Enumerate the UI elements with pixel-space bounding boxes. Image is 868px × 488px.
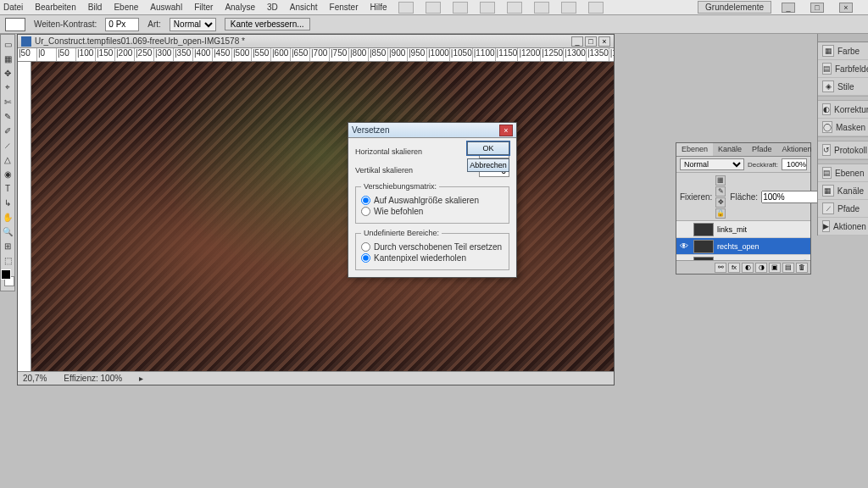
panel-masken[interactable]: ◯Masken [818,119,868,136]
minimize-icon[interactable]: _ [782,3,795,13]
blend-mode-select[interactable]: Normal [680,158,744,170]
panel-label: Protokoll [834,146,867,155]
menu-filter[interactable]: Filter [194,3,213,12]
color-swatches[interactable] [1,269,14,286]
workspace-selector[interactable]: Grundelemente [698,1,771,14]
dialog-close-icon[interactable]: × [499,125,513,136]
panel-ebenen[interactable]: ▤Ebenen [818,164,868,182]
brush-tool[interactable]: ✐ [1,124,14,137]
eraser-tool[interactable]: △ [1,152,14,166]
radio-repeat-edge[interactable] [361,253,370,263]
panel-protokoll[interactable]: ↺Protokoll [818,141,868,159]
radio-tile[interactable] [361,207,370,216]
app-icon-1[interactable] [398,2,414,14]
fx-icon[interactable]: fx [728,263,740,273]
gradient-tool[interactable]: ◉ [1,167,14,180]
ok-button[interactable]: OK [467,141,509,155]
menu-fenster[interactable]: Fenster [330,3,359,12]
app-icon-4[interactable] [480,2,495,14]
menu-ansicht[interactable]: Ansicht [290,3,318,12]
wand-tool[interactable]: ⌖ [1,80,14,94]
app-icon-2[interactable] [426,2,441,14]
group-icon[interactable]: ▣ [769,263,781,273]
width-input[interactable] [105,18,139,31]
pen-tool[interactable]: ↳ [1,196,14,209]
menu-3d[interactable]: 3D [267,3,278,12]
menu-auswahl[interactable]: Auswahl [150,3,182,12]
layer-thumbnail[interactable] [693,240,714,253]
menu-ebene[interactable]: Ebene [114,3,138,12]
eyedropper-tool[interactable]: ✎ [1,109,14,123]
lock-position-icon[interactable]: ✥ [715,197,726,208]
screen-icon[interactable] [588,2,604,14]
panel-pfade[interactable]: ⟋Pfade [818,200,868,218]
arrange-icon[interactable] [561,2,576,14]
doc-minimize-icon[interactable]: _ [571,36,583,47]
doc-close-icon[interactable]: × [598,36,610,47]
art-select[interactable]: Normal [170,18,216,31]
foreground-color[interactable] [1,269,11,280]
panel-farbfelder[interactable]: ▤Farbfelder [818,60,868,78]
displacement-legend: Verschiebungsmatrix: [361,182,439,191]
panel-korrekturen[interactable]: ◐Korrekturen [818,101,868,119]
3d-tool[interactable]: ⊞ [1,239,14,252]
zoom-icon[interactable] [534,2,549,14]
zoom-level[interactable]: 20,7% [23,374,47,383]
refine-edge-button[interactable]: Kante verbessern... [225,18,310,30]
layer-row[interactable]: links_mit [676,221,810,238]
status-arrow-icon[interactable]: ▸ [139,374,143,383]
maximize-icon[interactable]: □ [810,3,824,13]
menu-bild[interactable]: Bild [88,3,103,12]
tool-preset[interactable] [5,18,25,31]
tab-pfade[interactable]: Pfade [747,143,777,156]
hand-tool[interactable]: ✋ [1,210,14,224]
layers-icon: ▤ [822,167,832,179]
layer-name[interactable]: links_mit [717,225,809,234]
link-layers-icon[interactable]: ⚯ [715,263,726,273]
move-tool[interactable]: ▭ [1,37,14,51]
lock-all-icon[interactable]: 🔒 [715,208,726,219]
stamp-tool[interactable]: ⟋ [1,138,14,152]
dialog-titlebar[interactable]: Versetzen × [348,123,516,138]
lock-paint-icon[interactable]: ✎ [715,186,726,197]
visibility-icon[interactable]: 👁 [678,241,690,251]
tab-kanaele[interactable]: Kanäle [713,143,747,156]
crop-tool[interactable]: ✄ [1,95,14,108]
type-tool[interactable]: T [1,181,14,195]
layer-name[interactable]: rechts_open [717,242,809,251]
canvas[interactable] [31,62,614,371]
panel-stile[interactable]: ◈Stile [818,78,868,96]
layer-row[interactable]: 👁 rechts_open [676,238,810,255]
doc-maximize-icon[interactable]: □ [585,36,597,47]
radio-scale-to-fit[interactable] [361,196,370,205]
lock-transparency-icon[interactable]: ▦ [715,175,726,186]
new-layer-icon[interactable]: ▤ [782,263,794,273]
panel-aktionen[interactable]: ▶Aktionen [818,218,868,236]
menu-datei[interactable]: Datei [3,3,23,12]
radio-scale-label: Auf Auswahlgröße skalieren [374,196,479,205]
cancel-button[interactable]: Abbrechen [467,158,509,172]
menu-hilfe[interactable]: Hilfe [370,3,387,12]
radio-wrap[interactable] [361,242,370,252]
hand-icon[interactable] [507,2,522,14]
panel-farbe[interactable]: ▦Farbe [818,42,868,60]
panel-kanaele[interactable]: ▦Kanäle [818,182,868,200]
adjustment-icon[interactable]: ◑ [755,263,767,273]
radio-repeat-label: Kantenpixel wiederholen [374,253,466,263]
styles-icon: ◈ [822,80,834,92]
tab-aktionen[interactable]: Aktionen [777,143,817,156]
close-icon[interactable]: × [839,3,853,13]
mask-icon[interactable]: ◐ [742,263,754,273]
document-titlebar[interactable]: Ur_Construct.tempfiles01.069-freeUrb_ope… [18,35,614,48]
tab-ebenen[interactable]: Ebenen [676,143,713,156]
menu-bearbeiten[interactable]: Bearbeiten [35,3,75,12]
opacity-input[interactable] [782,158,807,170]
trash-icon[interactable]: 🗑 [796,263,808,273]
marquee-tool[interactable]: ▦ [1,52,14,65]
quickmask-tool[interactable]: ⬚ [1,253,14,267]
menu-analyse[interactable]: Analyse [225,3,255,12]
layer-thumbnail[interactable] [693,223,714,236]
app-icon-3[interactable] [453,2,468,14]
zoom-tool[interactable]: 🔍 [1,225,14,238]
lasso-tool[interactable]: ✥ [1,66,14,80]
